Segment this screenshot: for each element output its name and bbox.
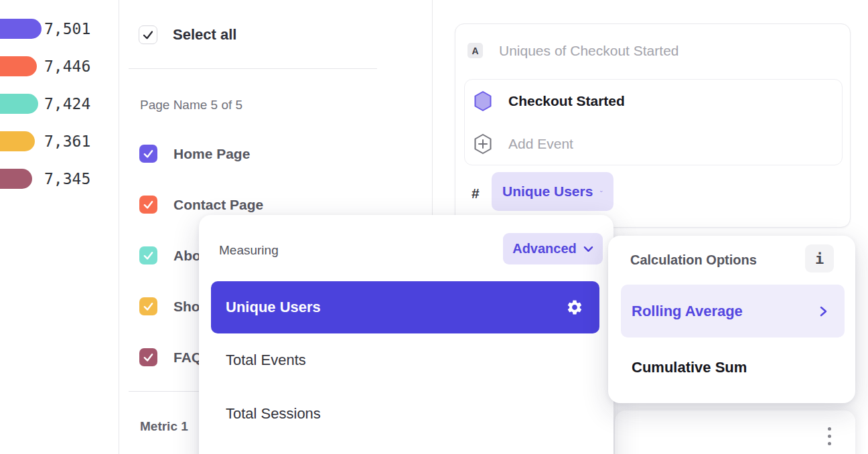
calc-option-rolling-average[interactable]: Rolling Average xyxy=(621,285,845,337)
filter-label: Home Page xyxy=(173,145,250,163)
metric-section-label: Metric 1 xyxy=(140,419,188,434)
calculation-options-title: Calculation Options xyxy=(630,252,757,268)
chevron-right-icon xyxy=(820,306,827,317)
chevron-down-icon xyxy=(583,246,593,252)
metric-symbol: # xyxy=(472,186,480,201)
legend-value: 7,345 xyxy=(44,169,90,189)
event-hexagon-icon xyxy=(474,90,492,112)
calc-option-label: Rolling Average xyxy=(632,303,743,320)
legend-bar xyxy=(0,56,37,76)
chevron-down-icon xyxy=(600,188,603,195)
metric-chip-label: Unique Users xyxy=(502,183,593,200)
info-button[interactable]: i xyxy=(805,244,834,273)
event-list-card: Checkout Started Add Event xyxy=(464,79,843,165)
checkmark-icon xyxy=(143,250,154,261)
legend-value: 7,446 xyxy=(44,56,90,76)
calc-option-cumulative-sum[interactable]: Cumulative Sum xyxy=(632,358,747,377)
select-all-checkbox[interactable] xyxy=(139,25,157,44)
measuring-menu-title: Measuring xyxy=(219,243,279,258)
add-event-icon xyxy=(474,133,492,155)
filter-label: Contact Page xyxy=(173,196,263,214)
checkmark-icon xyxy=(142,29,154,41)
checkmark-icon xyxy=(143,352,154,363)
checkmark-icon xyxy=(143,199,154,210)
select-all-label: Select all xyxy=(173,25,236,44)
panel-divider xyxy=(119,0,119,454)
event-builder-card: A Uniques of Checkout Started Checkout S… xyxy=(455,23,851,228)
divider xyxy=(129,68,377,69)
menu-option-total-sessions[interactable]: Total Sessions xyxy=(211,387,599,441)
menu-option-total-events[interactable]: Total Events xyxy=(211,333,599,387)
filter-checkbox-about-page[interactable] xyxy=(139,246,157,264)
checkmark-icon xyxy=(143,148,154,159)
kebab-dot xyxy=(828,435,831,438)
legend-value: 7,424 xyxy=(44,94,90,114)
advanced-mode-dropdown[interactable]: Advanced xyxy=(503,233,603,264)
filter-group-label: Page Name 5 of 5 xyxy=(140,98,242,112)
metric-dropdown-chip[interactable]: Unique Users xyxy=(492,172,613,211)
analytics-screen: 7,501 7,446 7,424 7,361 7,345 Select all… xyxy=(0,0,868,454)
gear-icon[interactable] xyxy=(566,299,583,316)
legend-bar xyxy=(0,169,32,189)
next-section-card xyxy=(615,410,855,454)
legend-value: 7,361 xyxy=(44,131,90,151)
add-event-button[interactable]: Add Event xyxy=(508,133,573,155)
legend-bar xyxy=(0,131,35,151)
legend-bar xyxy=(0,19,42,39)
filter-checkbox-faq-page[interactable] xyxy=(139,348,157,366)
calculation-options-menu: Calculation Options i Rolling Average Cu… xyxy=(608,236,855,403)
kebab-dot xyxy=(828,427,831,431)
series-badge: A xyxy=(467,43,483,58)
legend-value: 7,501 xyxy=(44,19,90,39)
menu-option-label: Unique Users xyxy=(226,299,321,316)
checkmark-icon xyxy=(143,301,154,312)
filter-checkbox-shop-page[interactable] xyxy=(139,297,157,315)
legend-bar xyxy=(0,94,38,114)
measuring-menu: Measuring Advanced Unique Users Total Ev… xyxy=(199,215,613,454)
event-name[interactable]: Checkout Started xyxy=(508,90,625,112)
more-options-button[interactable] xyxy=(826,427,833,445)
filter-checkbox-contact-page[interactable] xyxy=(139,196,157,214)
filter-checkbox-home-page[interactable] xyxy=(139,145,157,163)
menu-option-unique-users[interactable]: Unique Users xyxy=(211,281,599,333)
advanced-mode-label: Advanced xyxy=(512,241,577,256)
kebab-dot xyxy=(828,442,831,445)
series-title-input[interactable]: Uniques of Checkout Started xyxy=(499,43,679,58)
